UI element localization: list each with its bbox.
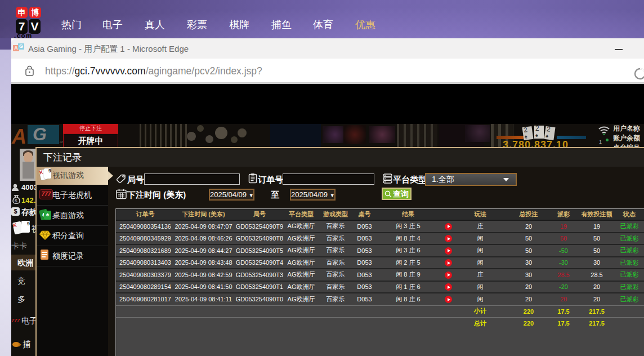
svg-text:$: $ — [15, 198, 17, 203]
